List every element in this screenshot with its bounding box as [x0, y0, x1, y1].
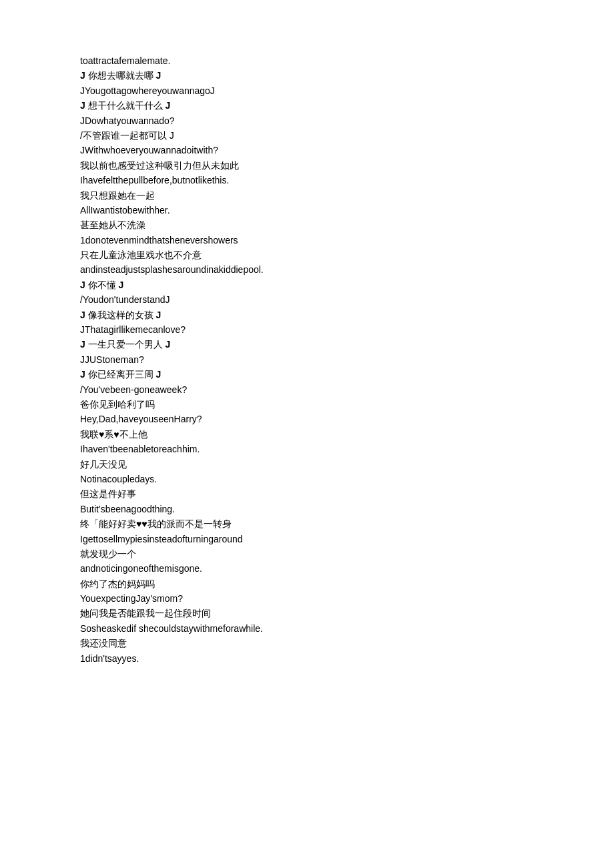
text-line-33: 就发现少一个	[80, 546, 534, 561]
text-line-31: 终「能好好卖♥♥我的派而不是一转身	[80, 516, 534, 531]
text-line-4: JDowhatyouwannado?	[80, 113, 534, 128]
text-line-28: Notinacoupledays.	[80, 472, 534, 486]
text-line-14: andinsteadjustsplashesaroundinakiddiepoo…	[80, 262, 534, 277]
text-line-7: 我以前也感受过这种吸引力但从未如此	[80, 158, 534, 173]
text-line-20: JJUStoneman?	[80, 352, 534, 367]
text-line-26: Ihaven'tbeenabletoreachhim.	[80, 442, 534, 456]
text-line-29: 但这是件好事	[80, 486, 534, 501]
text-line-22: /You'vebeen-goneaweek?	[80, 382, 534, 397]
text-line-13: 只在儿童泳池里戏水也不介意	[80, 248, 534, 262]
text-line-17: J 像我这样的女孩 J	[80, 308, 534, 322]
text-line-18: JThatagirllikemecanlove?	[80, 322, 534, 337]
text-line-12: 1donotevenmindthatshenevershowers	[80, 233, 534, 248]
text-line-23: 爸你见到哈利了吗	[80, 397, 534, 412]
text-line-30: Butit'sbeenagoodthing.	[80, 502, 534, 516]
text-line-15: J 你不懂 J	[80, 278, 534, 292]
text-line-32: Igettosellmypiesinsteadofturningaround	[80, 532, 534, 546]
text-line-6: JWithwhoeveryouwannadoitwith?	[80, 143, 534, 157]
text-line-3: J 想干什么就干什么 J	[80, 98, 534, 113]
main-content: toattractafemalemate.J 你想去哪就去哪 JJYougott…	[80, 53, 534, 666]
text-line-8: Ihavefeltthepullbefore,butnotlikethis.	[80, 173, 534, 187]
text-line-37: 她问我是否能跟我一起住段时间	[80, 606, 534, 620]
text-line-24: Hey,Dad,haveyouseenHarry?	[80, 412, 534, 426]
text-line-36: YouexpectingJay'smom?	[80, 591, 534, 606]
text-line-39: 我还没同意	[80, 636, 534, 650]
text-line-34: andnoticingoneofthemisgone.	[80, 561, 534, 576]
text-line-2: JYougottagowhereyouwannagoJ	[80, 83, 534, 98]
text-line-9: 我只想跟她在一起	[80, 188, 534, 203]
text-line-10: AllIwantistobewithher.	[80, 203, 534, 218]
text-line-21: J 你已经离开三周 J	[80, 367, 534, 382]
text-line-25: 我联♥系♥不上他	[80, 427, 534, 442]
text-line-16: /Youdon'tunderstandJ	[80, 292, 534, 307]
text-line-40: 1didn'tsayyes.	[80, 651, 534, 666]
text-line-5: /不管跟谁一起都可以 J	[80, 128, 534, 143]
text-line-38: Sosheaskedif shecouldstaywithmeforawhile…	[80, 621, 534, 636]
text-line-27: 好几天没见	[80, 457, 534, 472]
text-line-1: J 你想去哪就去哪 J	[80, 68, 534, 83]
text-line-35: 你约了杰的妈妈吗	[80, 576, 534, 591]
text-line-19: J 一生只爱一个男人 J	[80, 337, 534, 352]
text-line-11: 甚至她从不洗澡	[80, 218, 534, 232]
text-line-0: toattractafemalemate.	[80, 53, 534, 68]
